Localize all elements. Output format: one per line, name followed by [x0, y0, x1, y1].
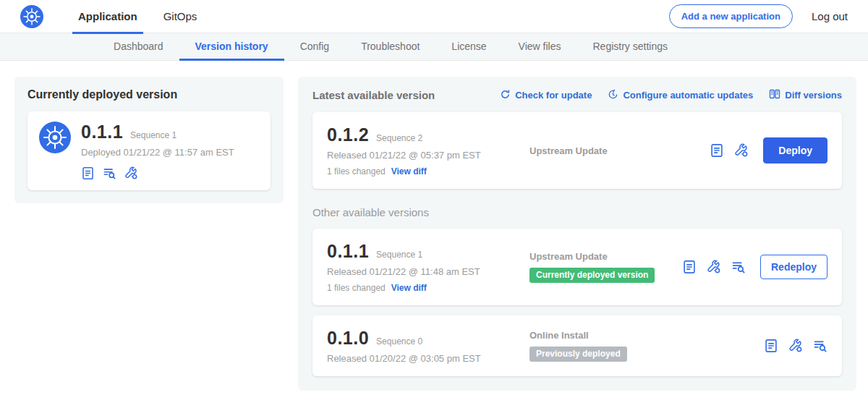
version-source-label: Upstream Update	[529, 251, 682, 262]
version-number: 0.1.1	[327, 241, 369, 262]
other-versions-title: Other available versions	[312, 206, 842, 218]
version-number: 0.1.2	[327, 124, 369, 145]
tab-version-history[interactable]: Version history	[179, 33, 284, 61]
deployed-version-card: 0.1.1 Sequence 1 Deployed 01/21/22 @ 11:…	[27, 111, 271, 190]
version-row-0-1-2: 0.1.2 Sequence 2 Released 01/21/22 @ 05:…	[312, 112, 842, 189]
auto-update-clock-icon	[608, 89, 618, 102]
tab-license[interactable]: License	[435, 33, 502, 61]
tab-troubleshoot[interactable]: Troubleshoot	[345, 33, 435, 61]
logout-button[interactable]: Log out	[812, 10, 848, 22]
view-logs-icon[interactable]	[813, 339, 827, 353]
diff-icon	[769, 88, 780, 102]
deploy-button[interactable]: Deploy	[763, 137, 827, 163]
release-notes-icon[interactable]	[81, 166, 95, 180]
top-header: Application GitOps Add a new application…	[0, 0, 868, 33]
version-row-0-1-0: 0.1.0 Sequence 0 Released 01/20/22 @ 03:…	[312, 315, 842, 376]
version-source-label: Online Install	[529, 330, 764, 341]
released-timestamp: Released 01/21/22 @ 05:37 pm EST	[327, 150, 521, 161]
diff-versions-link[interactable]: Diff versions	[769, 88, 842, 102]
tab-registry-settings[interactable]: Registry settings	[577, 33, 684, 61]
released-timestamp: Released 01/20/22 @ 03:05 pm EST	[327, 353, 521, 364]
previously-deployed-badge: Previously deployed	[529, 347, 627, 362]
refresh-icon	[500, 89, 511, 102]
check-for-update-link[interactable]: Check for update	[500, 89, 592, 102]
view-logs-icon[interactable]	[731, 260, 746, 274]
header-tab-application[interactable]: Application	[65, 0, 150, 33]
version-row-0-1-1: 0.1.1 Sequence 1 Released 01/21/22 @ 11:…	[312, 229, 842, 305]
deployed-version-number: 0.1.1	[81, 122, 123, 143]
release-notes-icon[interactable]	[682, 260, 697, 274]
tab-view-files[interactable]: View files	[503, 33, 577, 61]
sequence-label: Sequence 0	[376, 336, 422, 347]
version-source-label: Upstream Update	[529, 145, 710, 156]
release-notes-icon[interactable]	[710, 143, 724, 158]
header-tab-gitops[interactable]: GitOps	[150, 0, 210, 33]
edit-config-icon[interactable]	[788, 339, 803, 353]
app-subnav: Dashboard Version history Config Trouble…	[0, 33, 868, 61]
deployed-timestamp: Deployed 01/21/22 @ 11:57 am EST	[81, 147, 234, 158]
add-application-button[interactable]: Add a new application	[669, 4, 793, 28]
tab-config[interactable]: Config	[284, 33, 345, 61]
release-notes-icon[interactable]	[764, 339, 778, 353]
files-changed-label: 1 files changed	[327, 166, 386, 177]
view-diff-link[interactable]: View diff	[391, 166, 427, 177]
view-diff-link[interactable]: View diff	[391, 283, 427, 293]
released-timestamp: Released 01/21/22 @ 11:48 am EST	[327, 266, 521, 277]
edit-config-icon[interactable]	[707, 260, 721, 274]
app-logo-icon	[39, 122, 71, 153]
files-changed-label: 1 files changed	[327, 283, 386, 293]
kubernetes-logo-icon	[20, 5, 43, 28]
deployed-panel-title: Currently deployed version	[27, 88, 271, 101]
edit-config-icon[interactable]	[734, 143, 749, 158]
deployed-sequence-label: Sequence 1	[130, 130, 176, 140]
sequence-label: Sequence 2	[376, 133, 422, 143]
available-versions-panel: Latest available version Check for updat…	[298, 77, 856, 391]
sequence-label: Sequence 1	[376, 250, 422, 260]
view-logs-icon[interactable]	[103, 166, 116, 180]
latest-available-title: Latest available version	[312, 89, 435, 101]
configure-automatic-updates-link[interactable]: Configure automatic updates	[608, 89, 753, 102]
tab-dashboard[interactable]: Dashboard	[98, 33, 179, 61]
edit-config-icon[interactable]	[124, 166, 138, 180]
version-number: 0.1.0	[327, 328, 369, 349]
redeploy-button[interactable]: Redeploy	[760, 255, 827, 279]
currently-deployed-panel: Currently deployed version 0.1.1 Sequenc…	[14, 77, 284, 203]
currently-deployed-badge: Currently deployed version	[529, 268, 655, 283]
